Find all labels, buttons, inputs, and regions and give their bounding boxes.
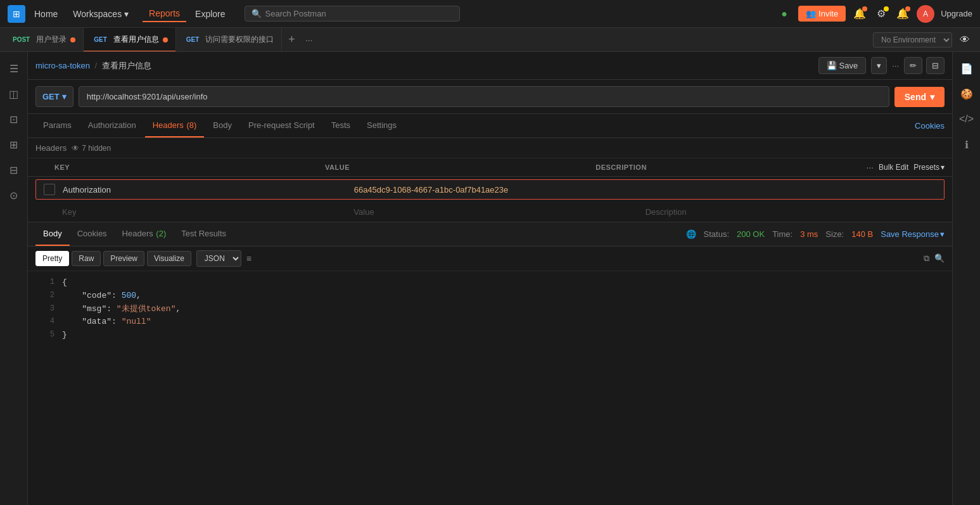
search-response-icon[interactable]: 🔍: [934, 253, 945, 264]
sidebar-mock-icon[interactable]: ⊞: [3, 133, 25, 156]
resp-tab-headers[interactable]: Headers (2): [115, 222, 174, 246]
sync-icon[interactable]: ●: [777, 6, 792, 22]
sidebar-history-icon[interactable]: ⊙: [3, 184, 25, 207]
response-tabs-bar: Body Cookies Headers (2) Test Results 🌐 …: [28, 222, 952, 246]
sidebar-new-icon[interactable]: ☰: [3, 57, 25, 80]
split-button[interactable]: ⊟: [926, 57, 945, 74]
tab-get-restricted[interactable]: GET 访问需要权限的接口: [176, 28, 283, 52]
format-type-select[interactable]: JSON: [196, 250, 241, 267]
save-icon: 💾: [827, 61, 837, 70]
row-value-placeholder[interactable]: Value: [353, 207, 645, 217]
tab-get-name: 查看用户信息: [113, 34, 159, 45]
row-key-placeholder[interactable]: Key: [62, 207, 353, 217]
user-avatar[interactable]: A: [917, 5, 934, 23]
table-more-icon[interactable]: ···: [866, 162, 874, 172]
save-button[interactable]: 💾 Save: [818, 57, 867, 74]
format-raw-button[interactable]: Raw: [72, 251, 101, 266]
line-num-1: 1: [35, 276, 54, 290]
new-tab-button[interactable]: +: [282, 33, 302, 46]
alerts-icon[interactable]: 🔔: [895, 6, 910, 22]
search-placeholder: Search Postman: [265, 9, 326, 18]
more-tabs-button[interactable]: ···: [302, 35, 317, 45]
resp-tab-body[interactable]: Body: [35, 222, 70, 246]
invite-icon: 👥: [806, 9, 816, 18]
headers-label: Headers: [35, 143, 67, 153]
col-value-header: VALUE: [325, 163, 595, 171]
tab-get-method: GET: [91, 35, 110, 44]
invite-button[interactable]: 👥 Invite: [798, 6, 846, 22]
copy-icon[interactable]: ⧉: [924, 253, 929, 264]
row-key-1[interactable]: Authorization: [63, 185, 354, 195]
format-preview-button[interactable]: Preview: [103, 251, 144, 266]
cookies-link[interactable]: Cookies: [915, 121, 945, 131]
tab-modified-dot: [70, 37, 75, 42]
tab-post-login[interactable]: POST 用户登录: [3, 28, 84, 52]
settings-icon[interactable]: ⚙: [874, 6, 889, 22]
format-pretty-button[interactable]: Pretty: [35, 251, 69, 266]
send-button[interactable]: Send ▾: [894, 87, 945, 107]
tab-post-method: POST: [10, 35, 32, 44]
code-line-1: 1 {: [35, 276, 945, 290]
nav-reports[interactable]: Reports: [143, 6, 186, 22]
col-desc-header: DESCRIPTION: [595, 163, 866, 171]
size-value: 140 B: [851, 229, 873, 239]
nav-workspaces[interactable]: Workspaces ▾: [67, 6, 135, 22]
right-sidebar-docs-icon[interactable]: 📄: [955, 57, 978, 80]
presets-button[interactable]: Presets ▾: [913, 163, 945, 172]
breadcrumb-current: 查看用户信息: [102, 61, 151, 70]
tab-params[interactable]: Params: [35, 114, 79, 137]
request-header: micro-sa-token / 查看用户信息 💾 Save ▾ ··· ✏ ⊟: [28, 52, 952, 80]
table-row-empty: Key Value Description: [35, 203, 945, 221]
more-options-label[interactable]: ···: [892, 61, 899, 70]
line-content-5: }: [62, 329, 67, 342]
tab-settings[interactable]: Settings: [359, 114, 404, 137]
upgrade-link[interactable]: Upgrade: [941, 9, 972, 18]
resp-tab-cookies[interactable]: Cookies: [70, 222, 115, 246]
tab-headers[interactable]: Headers (8): [145, 114, 205, 137]
url-input[interactable]: [79, 86, 889, 107]
url-bar: GET ▾ Send ▾: [28, 80, 952, 114]
right-sidebar-code-icon[interactable]: </>: [955, 108, 978, 131]
right-sidebar-info-icon[interactable]: ℹ: [955, 133, 978, 156]
row-value-1[interactable]: 66a45dc9-1068-4667-a1bc-0af7b41ae23e: [354, 185, 646, 195]
tab-authorization[interactable]: Authorization: [80, 114, 144, 137]
col-actions-header: ··· Bulk Edit Presets ▾: [866, 162, 945, 172]
eye-icon-small: 👁: [72, 144, 79, 153]
tab-get2-method: GET: [184, 35, 202, 44]
tab-body[interactable]: Body: [205, 114, 239, 137]
environment-select[interactable]: No Environment: [873, 32, 952, 48]
tab-pre-request[interactable]: Pre-request Script: [241, 114, 322, 137]
wrap-button[interactable]: ≡: [246, 253, 251, 264]
save-response-button[interactable]: Save Response ▾: [881, 229, 945, 239]
response-body-icons: ⧉ 🔍: [924, 253, 945, 264]
save-response-chevron-icon: ▾: [940, 229, 945, 239]
breadcrumb-sep: /: [95, 61, 98, 70]
table-row-authorization: Authorization 66a45dc9-1068-4667-a1bc-0a…: [35, 179, 945, 200]
code-line-5: 5 }: [35, 329, 945, 342]
breadcrumb-parent[interactable]: micro-sa-token: [35, 61, 90, 70]
eye-icon[interactable]: 👁: [957, 32, 972, 48]
right-sidebar-cookies-icon[interactable]: 🍪: [955, 82, 978, 105]
row-checkbox-1[interactable]: [44, 184, 55, 195]
sidebar-monitor-icon[interactable]: ⊡: [3, 108, 25, 131]
resp-tab-tests[interactable]: Test Results: [174, 222, 234, 246]
bulk-edit-button[interactable]: Bulk Edit: [879, 163, 908, 172]
nav-home[interactable]: Home: [28, 6, 64, 22]
method-select[interactable]: GET ▾: [35, 86, 73, 107]
edit-button[interactable]: ✏: [904, 57, 922, 74]
notification-bell-icon[interactable]: 🔔: [852, 6, 867, 22]
format-visualize-button[interactable]: Visualize: [147, 251, 191, 266]
line-num-3: 3: [35, 303, 54, 316]
line-num-4: 4: [35, 316, 54, 329]
sidebar-flow-icon[interactable]: ⊟: [3, 158, 25, 181]
tab-tests[interactable]: Tests: [324, 114, 358, 137]
tab-get2-name: 访问需要权限的接口: [205, 34, 274, 45]
tab-get-userinfo[interactable]: GET 查看用户信息: [84, 28, 176, 52]
row-desc-placeholder[interactable]: Description: [646, 207, 937, 217]
col-key-header: KEY: [54, 163, 325, 171]
response-section: Body Cookies Headers (2) Test Results 🌐 …: [28, 222, 952, 505]
sidebar-collections-icon[interactable]: ◫: [3, 82, 25, 105]
save-dropdown-button[interactable]: ▾: [871, 57, 887, 74]
nav-explore[interactable]: Explore: [189, 6, 231, 22]
search-bar[interactable]: 🔍 Search Postman: [245, 6, 460, 22]
